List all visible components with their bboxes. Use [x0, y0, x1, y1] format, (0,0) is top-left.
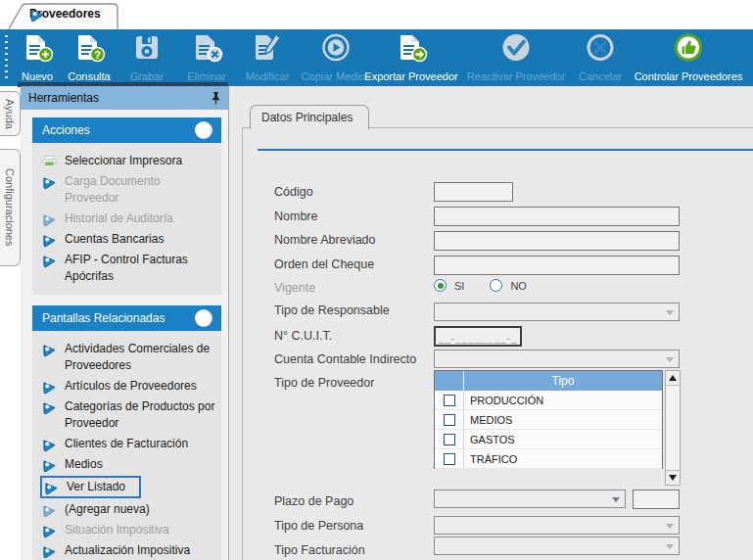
thumbs-up-circle-icon: [672, 32, 705, 63]
sidebar-item-label: Historial de Auditoría: [65, 210, 173, 227]
section-circle-icon: [195, 121, 212, 139]
label-orden-del-cheque: Orden del Cheque: [274, 257, 374, 271]
tipo-de-responsable-select[interactable]: [434, 303, 680, 321]
sidebar-item-label: Seleccionar Impresora: [65, 153, 182, 169]
sidebar-item-label: Clientes de Facturación: [65, 436, 188, 452]
label-tipo-de-proveedor: Tipo de Proveedor: [274, 376, 374, 390]
pin-icon[interactable]: [211, 91, 221, 105]
bullet-logo-icon: [42, 400, 57, 415]
toolbar-button-modificar[interactable]: Modificar: [237, 32, 298, 83]
section-pantallas-title: Pantallas Relacionadas: [42, 311, 165, 325]
sidebar-item-actualizacion-impositiva[interactable]: Actualización Impositiva: [40, 540, 217, 560]
sidebar-item-articulos-de-proveedores[interactable]: Artículos de Proveedores: [40, 376, 217, 397]
tools-panel: Herramientas Acciones Seleccionar Impres…: [21, 86, 228, 560]
tab-datos-principales[interactable]: Datos Principales: [250, 105, 369, 129]
toolbar-grip-handle[interactable]: [5, 35, 8, 80]
sidebar-item-label: Medios: [65, 456, 103, 473]
bullet-logo-icon: [42, 380, 57, 395]
sidebar-tab-ayuda[interactable]: Ayuda: [0, 91, 21, 136]
checkbox-medios[interactable]: [444, 414, 455, 426]
table-cell-tipo: MEDIOS: [464, 410, 662, 429]
nombre-input[interactable]: [434, 207, 680, 226]
plazo-de-pago-dias-input[interactable]: [633, 490, 680, 509]
toolbar-button-nuevo[interactable]: Nuevo: [16, 32, 59, 83]
cuenta-contable-indirecto-select[interactable]: [434, 350, 680, 368]
toolbar-button-reactivar-proveedor[interactable]: Reactivar Proveedor: [460, 32, 572, 83]
sidebar-item-label: AFIP - Control Facturas Apócrifas: [65, 252, 215, 285]
nombre-abreviado-input[interactable]: [434, 231, 680, 251]
sidebar-item-medios[interactable]: Medios: [40, 454, 217, 475]
chevron-down-icon: [666, 310, 674, 315]
tipo-de-persona-select[interactable]: [434, 516, 680, 535]
main-content: Datos Principales Código Nombre Nombre A…: [229, 86, 753, 560]
sidebar-item-label: (Agregar nueva): [65, 501, 150, 518]
radio-no-label: NO: [510, 280, 527, 292]
radio-no[interactable]: [490, 279, 502, 292]
tipo-facturacion-select[interactable]: [434, 537, 680, 555]
checkbox-trafico[interactable]: [444, 453, 455, 465]
sidebar-item-label: Ver Listado: [67, 479, 125, 495]
sidebar-tab-ayuda-label: Ayuda: [4, 99, 16, 129]
toolbar-button-label: Modificar: [246, 70, 290, 83]
radio-si[interactable]: [434, 279, 447, 292]
sidebar-item-label: Carga Documento Proveedor: [65, 173, 180, 207]
sidebar-item-categorias-de-productos[interactable]: Categorías de Productos por Proveedor: [40, 397, 217, 434]
orden-del-cheque-input[interactable]: [434, 256, 680, 275]
sidebar-item-clientes-de-facturacion[interactable]: Clientes de Facturación: [40, 434, 217, 454]
label-tipo-facturacion: Tipo Facturación: [274, 543, 365, 557]
toolbar-button-eliminar[interactable]: Eliminar: [176, 32, 237, 83]
label-codigo: Código: [274, 185, 313, 199]
tab-proveedores[interactable]: Proveedores: [8, 3, 121, 29]
label-tipo-de-persona: Tipo de Persona: [274, 519, 363, 533]
chevron-down-icon: [666, 524, 674, 529]
scroll-down-icon[interactable]: [666, 470, 680, 485]
cuit-input[interactable]: __-________-_: [434, 326, 522, 347]
toolbar-button-controlar-proveedores[interactable]: Controlar Proveedores: [627, 32, 750, 83]
table-row[interactable]: GASTOS: [435, 430, 662, 449]
label-cuenta-contable-indirecto: Cuenta Contable Indirecto: [274, 352, 416, 366]
table-row[interactable]: TRÁFICO: [435, 449, 662, 469]
section-acciones-header[interactable]: Acciones: [32, 117, 221, 143]
sidebar-item-ver-listado[interactable]: Ver Listado: [40, 476, 141, 498]
cancel-circle-icon: [584, 32, 617, 63]
table-cell-tipo: GASTOS: [464, 430, 662, 448]
toolbar-button-label: Controlar Proveedores: [635, 70, 743, 83]
tools-panel-title: Herramientas: [28, 91, 99, 105]
bullet-logo-icon: [42, 212, 57, 227]
checkbox-produccion[interactable]: [444, 395, 455, 406]
table-row[interactable]: MEDIOS: [435, 410, 662, 430]
section-pantallas-relacionadas: Pantallas Relacionadas Actividades Comer…: [32, 305, 221, 560]
document-tab-strip: Proveedores: [0, 0, 753, 29]
sidebar-item-cuentas-bancarias[interactable]: Cuentas Bancarias: [40, 229, 217, 250]
sidebar-tab-configuraciones[interactable]: Configuraciones: [0, 149, 21, 266]
toolbar-button-grabar[interactable]: Grabar: [119, 32, 174, 83]
save-floppy-icon: [130, 32, 164, 63]
scroll-up-icon[interactable]: [666, 371, 680, 386]
query-document-icon: ?: [72, 32, 106, 63]
toolbar-button-exportar-proveedor[interactable]: Exportar Proveedor: [356, 32, 466, 83]
label-nombre: Nombre: [274, 210, 317, 223]
sidebar-item-carga-documento-proveedor[interactable]: Carga Documento Proveedor: [40, 171, 217, 209]
check-circle-icon: [499, 32, 533, 63]
tipo-column-header: Tipo: [464, 371, 662, 391]
export-document-icon: [395, 32, 428, 63]
chevron-down-icon: [666, 544, 674, 549]
sidebar-item-label: Situación Impositiva: [65, 522, 169, 538]
label-cuit: N° C.U.I.T.: [274, 329, 332, 343]
table-scrollbar[interactable]: [665, 370, 681, 486]
toolbar-button-cancelar[interactable]: Cancelar: [576, 32, 625, 83]
sidebar-item-afip-control-facturas-apocrifas[interactable]: AFIP - Control Facturas Apócrifas: [40, 250, 217, 287]
sidebar-item-actividades-comerciales[interactable]: Actividades Comerciales de Proveedores: [40, 339, 217, 376]
bullet-logo-icon: [42, 503, 57, 518]
checkbox-gastos[interactable]: [444, 434, 455, 445]
section-pantallas-header[interactable]: Pantallas Relacionadas: [32, 305, 221, 331]
sidebar-item-situacion-impositiva[interactable]: Situación Impositiva: [40, 520, 217, 540]
table-row[interactable]: PRODUCCIÓN: [435, 391, 662, 410]
bullet-logo-icon: [42, 254, 57, 268]
codigo-input[interactable]: [434, 182, 513, 202]
toolbar-button-consulta[interactable]: ? Consulta: [61, 32, 118, 83]
plazo-de-pago-select[interactable]: [434, 490, 626, 508]
sidebar-item-agregar-nueva[interactable]: (Agregar nueva): [40, 499, 217, 520]
sidebar-item-historial-de-auditoria[interactable]: Historial de Auditoría: [40, 209, 217, 229]
sidebar-item-seleccionar-impresora[interactable]: Seleccionar Impresora: [40, 151, 217, 171]
